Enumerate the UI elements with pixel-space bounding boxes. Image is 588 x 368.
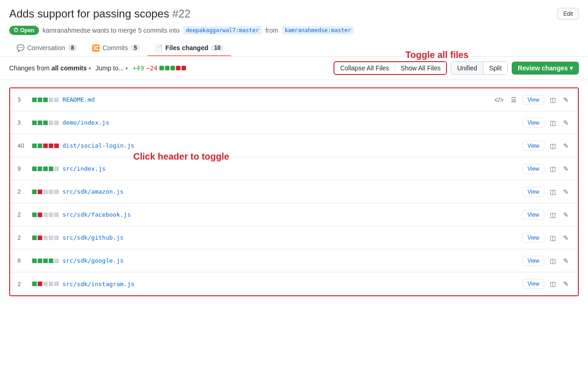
display-icon[interactable]: ◫ xyxy=(548,233,558,242)
table-row: 2src/sdk/amazon.jsView◫✎ xyxy=(10,180,578,203)
review-changes-button[interactable]: Review changes ▾ xyxy=(512,62,579,75)
file-change-count: 2 xyxy=(17,211,28,218)
file-mini-bars xyxy=(32,121,59,125)
mini-bar-4 xyxy=(54,167,59,171)
diff-block-1 xyxy=(159,66,164,70)
file-name-link[interactable]: dist/social-login.js xyxy=(62,142,135,149)
mini-bar-3 xyxy=(49,167,53,171)
mini-bar-1 xyxy=(38,213,42,217)
display-icon[interactable]: ◫ xyxy=(548,210,558,219)
file-name-link[interactable]: src/index.js xyxy=(62,165,106,172)
file-name-link[interactable]: src/sdk/google.js xyxy=(62,257,124,264)
edit-file-icon[interactable]: ✎ xyxy=(561,256,571,265)
file-name-link[interactable]: demo/index.js xyxy=(62,119,109,126)
display-icon[interactable]: ◫ xyxy=(548,95,558,104)
diff-block-group xyxy=(159,66,186,70)
view-file-button[interactable]: View xyxy=(522,141,544,151)
tab-files-changed[interactable]: 📄 Files changed 10 xyxy=(147,40,231,56)
mini-bar-1 xyxy=(38,190,42,194)
view-file-button[interactable]: View xyxy=(522,210,544,220)
file-name-link[interactable]: README.md xyxy=(62,96,95,103)
edit-file-icon[interactable]: ✎ xyxy=(561,187,571,196)
head-branch[interactable]: kamranahmedse:master xyxy=(282,26,354,34)
display-icon[interactable]: ◫ xyxy=(548,256,558,265)
display-icon[interactable]: ◫ xyxy=(548,187,558,196)
file-mini-bars xyxy=(32,259,59,263)
tab-commits[interactable]: 🔀 Commits 5 xyxy=(85,40,147,56)
edit-file-icon[interactable]: ✎ xyxy=(561,233,571,242)
view-file-button[interactable]: View xyxy=(522,164,544,174)
mini-bar-3 xyxy=(49,236,53,240)
mini-bar-2 xyxy=(43,213,48,217)
file-name-link[interactable]: src/sdk/instagram.js xyxy=(62,281,135,288)
edit-button[interactable]: Edit xyxy=(557,8,579,20)
show-all-button[interactable]: Show All Files xyxy=(395,62,446,74)
edit-file-icon[interactable]: ✎ xyxy=(561,279,571,288)
view-file-button[interactable]: View xyxy=(522,118,544,128)
table-row: 40dist/social-login.jsView◫✎ xyxy=(10,134,578,157)
file-mini-bars xyxy=(32,282,59,286)
mini-bar-4 xyxy=(54,121,59,125)
conversation-icon: 💬 xyxy=(17,44,24,52)
unified-button[interactable]: Unified xyxy=(451,62,483,75)
pr-title: Adds support for passing scopes #22 xyxy=(9,7,191,20)
view-file-button[interactable]: View xyxy=(522,279,544,289)
display-icon[interactable]: ◫ xyxy=(548,141,558,150)
mini-bar-4 xyxy=(54,282,59,286)
mini-bar-4 xyxy=(54,190,59,194)
mini-bar-4 xyxy=(54,98,59,102)
tabs: 💬 Conversation 8 🔀 Commits 5 📄 Files cha… xyxy=(9,40,579,56)
edit-file-icon[interactable]: ✎ xyxy=(561,95,571,104)
mini-bar-0 xyxy=(32,144,37,148)
edit-file-icon[interactable]: ✎ xyxy=(561,164,571,173)
file-name-link[interactable]: src/sdk/github.js xyxy=(62,234,124,241)
base-branch[interactable]: deepakaggarwal7:master xyxy=(183,26,262,34)
diff-stats: +49 −24 xyxy=(132,64,186,72)
display-icon[interactable]: ◫ xyxy=(548,164,558,173)
table-row: 2src/sdk/instagram.jsView◫✎ xyxy=(10,272,578,295)
file-name-link[interactable]: src/sdk/facebook.js xyxy=(62,211,131,218)
toolbar: Changes from all commits ▾ Jump to... ▾ … xyxy=(0,57,588,80)
pr-meta-text: kamranahmedse wants to merge 5 commits i… xyxy=(43,27,180,34)
tab-commits-label: Commits xyxy=(102,44,128,52)
svg-point-1 xyxy=(16,31,17,32)
split-button[interactable]: Split xyxy=(483,62,508,75)
mini-bar-3 xyxy=(49,121,53,125)
edit-file-icon[interactable]: ✎ xyxy=(561,118,571,127)
view-file-button[interactable]: View xyxy=(522,233,544,243)
diff-block-5 xyxy=(181,66,186,70)
file-mini-bars xyxy=(32,213,59,217)
table-row: 3README.md</>☰View◫✎ xyxy=(10,88,578,111)
mini-bar-0 xyxy=(32,236,37,240)
diff-block-2 xyxy=(165,66,170,70)
edit-file-icon[interactable]: ✎ xyxy=(561,141,571,150)
mini-bar-2 xyxy=(43,121,48,125)
mini-bar-1 xyxy=(38,236,42,240)
pr-meta: Open kamranahmedse wants to merge 5 comm… xyxy=(9,26,579,35)
prose-view-icon[interactable]: ☰ xyxy=(509,95,519,104)
collapse-all-button[interactable]: Collapse All Files xyxy=(334,62,395,74)
view-file-button[interactable]: View xyxy=(522,256,544,266)
file-list: Click header to toggle 3README.md</>☰Vie… xyxy=(0,80,588,304)
mini-bar-3 xyxy=(49,144,53,148)
file-mini-bars xyxy=(32,236,59,240)
table-row: 8src/sdk/google.jsView◫✎ xyxy=(10,249,578,272)
review-caret-icon: ▾ xyxy=(570,64,573,72)
code-view-icon[interactable]: </> xyxy=(492,95,505,104)
mini-bar-2 xyxy=(43,259,48,263)
mini-bar-0 xyxy=(32,213,37,217)
changes-from-dropdown[interactable]: Changes from all commits ▾ xyxy=(9,64,91,72)
mini-bar-3 xyxy=(49,190,53,194)
view-file-button[interactable]: View xyxy=(522,187,544,197)
display-icon[interactable]: ◫ xyxy=(548,279,558,288)
jump-to-dropdown[interactable]: Jump to... ▾ xyxy=(96,64,128,72)
display-icon[interactable]: ◫ xyxy=(548,118,558,127)
tab-conversation[interactable]: 💬 Conversation 8 xyxy=(9,40,85,56)
mini-bar-4 xyxy=(54,259,59,263)
edit-file-icon[interactable]: ✎ xyxy=(561,210,571,219)
file-change-count: 3 xyxy=(17,119,28,126)
file-name-link[interactable]: src/sdk/amazon.js xyxy=(62,188,124,195)
mini-bar-1 xyxy=(38,282,42,286)
file-mini-bars xyxy=(32,144,59,148)
view-file-button[interactable]: View xyxy=(522,95,544,105)
